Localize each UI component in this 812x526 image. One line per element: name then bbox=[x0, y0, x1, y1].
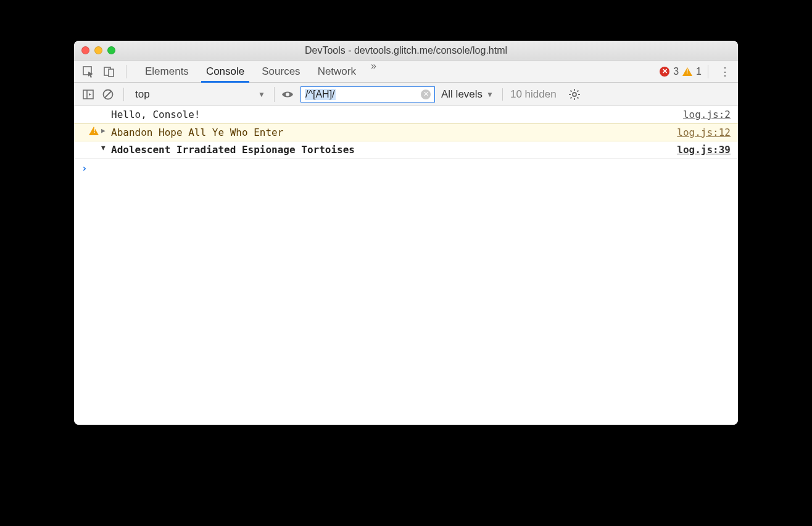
svg-point-8 bbox=[286, 93, 289, 96]
tabs-overflow-button[interactable]: » bbox=[365, 61, 383, 82]
warning-icon[interactable] bbox=[682, 67, 692, 76]
tab-console[interactable]: Console bbox=[197, 61, 253, 82]
titlebar[interactable]: DevTools - devtools.glitch.me/console/lo… bbox=[74, 41, 738, 61]
device-toolbar-icon[interactable] bbox=[102, 65, 116, 78]
tab-elements[interactable]: Elements bbox=[136, 61, 197, 82]
levels-label: All levels bbox=[441, 88, 483, 101]
svg-rect-3 bbox=[83, 90, 93, 99]
console-row-warning[interactable]: ▶ Abandon Hope All Ye Who Enter log.js:1… bbox=[74, 123, 738, 141]
message-text: Abandon Hope All Ye Who Enter bbox=[111, 127, 677, 138]
message-source-link[interactable]: log.js:2 bbox=[683, 109, 731, 120]
svg-line-16 bbox=[570, 97, 571, 98]
tabs: Elements Console Sources Network » bbox=[136, 61, 383, 82]
filter-value: /^[AH]/ bbox=[305, 89, 336, 100]
clear-filter-icon[interactable]: ✕ bbox=[421, 90, 431, 99]
devtools-window: DevTools - devtools.glitch.me/console/lo… bbox=[74, 41, 738, 425]
message-source-link[interactable]: log.js:12 bbox=[677, 127, 731, 138]
console-sidebar-toggle-icon[interactable] bbox=[81, 88, 95, 101]
window-title: DevTools - devtools.glitch.me/console/lo… bbox=[74, 45, 738, 56]
separator bbox=[708, 65, 708, 78]
minimize-window-button[interactable] bbox=[94, 46, 102, 54]
error-icon[interactable]: ✕ bbox=[660, 67, 669, 77]
svg-marker-5 bbox=[89, 93, 91, 96]
filter-input[interactable]: /^[AH]/ ✕ bbox=[300, 86, 435, 102]
svg-rect-2 bbox=[109, 69, 114, 77]
zoom-window-button[interactable] bbox=[107, 46, 115, 54]
tab-label: Network bbox=[318, 65, 356, 78]
inspect-element-icon[interactable] bbox=[81, 65, 95, 78]
hidden-messages-count[interactable]: 10 hidden bbox=[502, 88, 557, 101]
svg-line-17 bbox=[577, 90, 578, 91]
close-window-button[interactable] bbox=[81, 46, 89, 54]
error-count[interactable]: 3 bbox=[673, 66, 679, 77]
warning-count[interactable]: 1 bbox=[696, 66, 702, 77]
row-gutter bbox=[86, 127, 101, 135]
console-output: Hello, Console! log.js:2 ▶ Abandon Hope … bbox=[74, 106, 738, 425]
console-row-group[interactable]: ▼ Adolescent Irradiated Espionage Tortoi… bbox=[74, 141, 738, 159]
main-tabbar: Elements Console Sources Network » ✕ 3 1… bbox=[74, 61, 738, 83]
tab-network[interactable]: Network bbox=[309, 61, 365, 82]
console-prompt[interactable]: › bbox=[74, 159, 738, 178]
console-row-log[interactable]: Hello, Console! log.js:2 bbox=[74, 106, 738, 123]
prompt-chevron-icon: › bbox=[81, 162, 88, 174]
chevron-down-icon: ▼ bbox=[258, 90, 265, 99]
settings-kebab-icon[interactable]: ⋮ bbox=[719, 65, 731, 78]
tab-label: Elements bbox=[145, 65, 189, 78]
message-text: Hello, Console! bbox=[111, 109, 683, 120]
warning-icon bbox=[89, 127, 99, 135]
tab-sources[interactable]: Sources bbox=[253, 61, 309, 82]
message-source-link[interactable]: log.js:39 bbox=[677, 144, 731, 156]
tab-label: Console bbox=[206, 65, 244, 78]
console-settings-icon[interactable] bbox=[568, 88, 581, 101]
message-text: Adolescent Irradiated Espionage Tortoise… bbox=[111, 144, 677, 156]
disclosure-triangle-icon[interactable]: ▼ bbox=[101, 144, 110, 152]
tab-label: Sources bbox=[262, 65, 300, 78]
disclosure-triangle-icon[interactable]: ▶ bbox=[101, 127, 110, 135]
separator bbox=[123, 88, 124, 101]
svg-line-7 bbox=[105, 91, 111, 98]
svg-line-15 bbox=[577, 97, 578, 98]
live-expression-icon[interactable] bbox=[281, 88, 294, 101]
clear-console-icon[interactable] bbox=[101, 88, 115, 101]
console-filterbar: top ▼ /^[AH]/ ✕ All levels ▼ 10 hidden bbox=[74, 83, 738, 106]
chevron-down-icon: ▼ bbox=[486, 90, 494, 99]
execution-context-selector[interactable]: top ▼ bbox=[133, 87, 275, 102]
window-controls bbox=[81, 46, 115, 54]
log-levels-selector[interactable]: All levels ▼ bbox=[441, 88, 494, 101]
svg-point-9 bbox=[573, 93, 576, 96]
separator bbox=[126, 65, 126, 78]
tabbar-status: ✕ 3 1 ⋮ bbox=[660, 65, 738, 78]
svg-line-14 bbox=[570, 90, 571, 91]
context-label: top bbox=[135, 88, 150, 101]
